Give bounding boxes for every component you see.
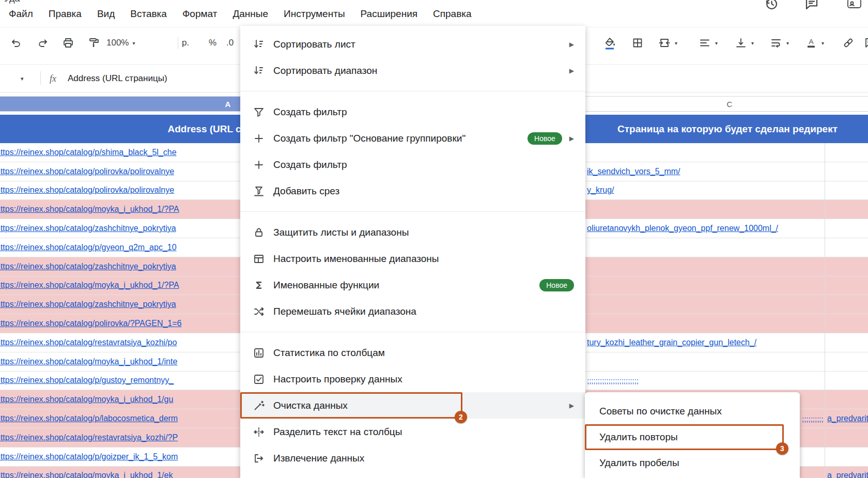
redirect-cell[interactable]: oliuretanovykh_plenok_gyeon_ppf_renew_10… [587,224,778,233]
menubar-item-5[interactable]: Данные [225,4,276,24]
menu-item-label: Перемешать ячейки диапазона [273,306,416,317]
version-history-icon[interactable] [764,0,782,14]
text-color-icon[interactable]: A [801,33,822,53]
menu-item[interactable]: Создать фильтр "Основание группировки"Но… [240,125,585,151]
url-cell-link[interactable]: https://reinex.shop/catalog/restavratsiy… [0,433,178,442]
insert-comment-icon[interactable] [860,33,868,53]
menubar-item-4[interactable]: Формат [175,4,225,24]
submenu-item[interactable]: Удалить пробелы [585,450,800,476]
menu-item-label: Очистка данных [273,400,348,411]
menubar-item-1[interactable]: Правка [41,4,89,24]
comments-icon[interactable] [804,0,823,14]
menu-item[interactable]: Статистика по столбцам [240,340,585,366]
share-icon[interactable] [846,0,865,14]
insert-link-icon[interactable] [838,33,859,53]
decrease-decimal-button[interactable]: .0 [226,33,234,53]
url-cell-link[interactable]: https://reinex.shop/catalog/polirovka/?P… [0,319,181,328]
undo-icon[interactable] [6,33,27,53]
url-cell-link[interactable]: https://reinex.shop/catalog/moyka_i_ukho… [0,395,173,404]
sort-icon [253,65,266,77]
menu-item[interactable]: Именованные функцииНовое [240,272,585,298]
merge-caret-icon[interactable]: ▾ [675,40,677,46]
menu-item[interactable]: Создать фильтр [240,99,585,125]
halign-caret-icon[interactable]: ▾ [715,40,718,46]
menu-item[interactable]: Создать фильтр [240,151,585,178]
split-icon [253,426,266,438]
redo-icon[interactable] [32,33,53,53]
url-cell-link[interactable]: https://reinex.shop/catalog/polirovka/po… [0,186,174,195]
column-header-c[interactable]: C [727,100,733,109]
svg-text:A: A [809,38,813,45]
redirect-cell[interactable]: ik_sendvich_vors_5_mm/ [587,167,680,176]
print-icon[interactable] [58,33,79,53]
percent-format-button[interactable]: % [209,33,216,53]
filter-icon [253,106,266,118]
url-cell-link[interactable]: https://reinex.shop/catalog/restavratsiy… [0,338,177,347]
url-cell-link[interactable]: https://reinex.shop/catalog/moyka_i_ukho… [0,471,173,478]
menu-item-label: Добавить срез [273,186,339,197]
menubar-item-0[interactable]: Файл [1,4,41,24]
paint-format-icon[interactable] [84,33,104,53]
url-cell-link[interactable]: https://reinex.shop/catalog/zashchitnye_… [0,300,176,309]
column-a-letter: A [225,100,231,109]
menu-item[interactable]: Защитить листы и диапазоны [240,219,585,245]
column-header-a[interactable]: A [0,97,241,111]
menubar-item-2[interactable]: Вид [89,4,122,24]
url-cell-link[interactable]: https://reinex.shop/catalog/polirovka/po… [0,167,174,176]
menu-item[interactable]: Настроить проверку данных [240,366,585,392]
url-cell-link[interactable]: https://reinex.shop/catalog/zashchitnye_… [0,224,176,233]
redirect-cell[interactable]: ;;;;;;;;;;;;;;;;;;;;;;;; [587,376,639,385]
menu-item[interactable]: Сортировать лист▶ [240,31,585,57]
menubar-item-8[interactable]: Справка [425,4,479,24]
zoom-control[interactable]: 100% ▾ [106,33,135,53]
vertical-align-icon[interactable] [731,33,751,53]
url-cell-link[interactable]: https://reinex.shop/catalog/moyka_i_ukho… [0,281,179,290]
merge-cells-icon[interactable] [654,33,675,53]
borders-icon[interactable] [627,33,648,53]
url-cell-link[interactable]: https://reinex.shop/catalog/p/gyeon_q2m_… [0,243,177,252]
menu-item[interactable]: Добавить срез [240,178,585,204]
url-cell-link[interactable]: https://reinex.shop/catalog/moyka_i_ukho… [0,357,177,366]
name-box-caret-icon[interactable]: ▾ [21,75,24,82]
formula-input[interactable]: Address (URL страницы) [68,73,167,84]
menubar-item-6[interactable]: Инструменты [276,4,352,24]
redirect-cell[interactable]: tury_kozhi_leather_grain_copier_gun_lete… [587,338,756,347]
header-cell-c[interactable]: Страница на которую будет сделан редирек… [617,124,838,135]
horizontal-align-icon[interactable] [694,33,715,53]
menu-item[interactable]: Настроить именованные диапазоны [240,245,585,272]
url-cell-link[interactable]: https://reinex.shop/catalog/moyka_i_ukho… [0,205,179,214]
url-cell-link[interactable]: https://reinex.shop/catalog/p/shima_blac… [0,148,177,157]
menu-item[interactable]: Очистка данных▶2 [240,392,585,419]
url-cell-link[interactable]: https://reinex.shop/catalog/p/goizper_ik… [0,452,178,461]
menu-divider [240,332,585,332]
fill-color-icon[interactable] [599,33,620,53]
menubar-item-7[interactable]: Расширения [353,4,426,24]
wrap-caret-icon[interactable]: ▾ [786,40,789,46]
sheets-app: Уда ФайлПравкаВидВставкаФорматДанныеИнст… [0,0,868,478]
formula-bar-divider [40,71,41,85]
shuffle-icon [253,305,266,318]
currency-format-button[interactable]: р. [182,33,189,53]
menu-item[interactable]: Сортировать диапазон▶ [240,57,585,84]
submenu-arrow-icon: ▶ [569,402,574,409]
overflow-cell-link[interactable]: a_predvaritel [827,471,868,478]
menu-item[interactable]: Разделить текст на столбцы [240,419,585,445]
menubar-item-3[interactable]: Вставка [122,4,175,24]
url-cell-link[interactable]: https://reinex.shop/catalog/zashchitnye_… [0,262,176,271]
menu-item[interactable]: Извлечение данных [240,445,585,471]
menu-item-label: Сортировать диапазон [273,65,377,76]
textcolor-caret-icon[interactable]: ▾ [822,40,824,46]
menu-item-label: Именованные функции [273,280,379,291]
url-cell-link[interactable]: https://reinex.shop/catalog/p/labocosmet… [0,414,178,423]
menu-item[interactable]: Перемешать ячейки диапазона [240,298,585,325]
text-wrap-icon[interactable] [766,33,786,53]
submenu-item[interactable]: Советы по очистке данных [585,398,800,424]
valign-caret-icon[interactable]: ▾ [751,40,754,46]
submenu-item-label: Удалить повторы [599,431,678,443]
data-menu: Сортировать лист▶Сортировать диапазон▶Со… [240,26,585,478]
overflow-cell-link[interactable]: a_predvaritel [827,414,868,423]
redirect-cell[interactable]: y_krug/ [587,186,614,195]
url-cell-link[interactable]: https://reinex.shop/catalog/p/gustoy_rem… [0,376,174,385]
submenu-item[interactable]: Удалить повторы3 [585,424,800,450]
redirect-cell[interactable]: ;;;;;;;;;; [802,414,824,423]
